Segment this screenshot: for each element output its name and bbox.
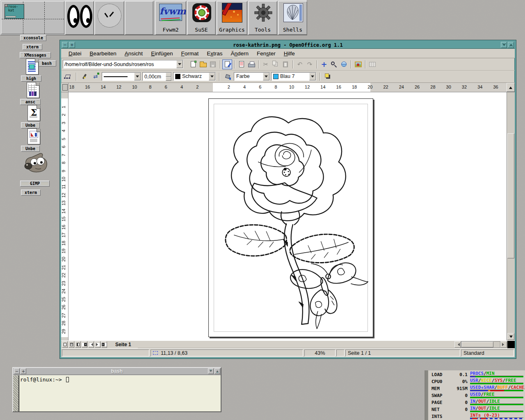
spin-down-icon[interactable]: [166, 77, 171, 81]
url-input[interactable]: [63, 60, 176, 68]
minimize-icon[interactable]: −: [14, 368, 20, 374]
navigator-icon[interactable]: [319, 59, 329, 69]
ruler-tick: 4: [240, 84, 249, 89]
menu-item-ändern[interactable]: Ändern: [227, 50, 253, 57]
shells-launcher[interactable]: Shells: [278, 1, 307, 35]
last-page-button[interactable]: [101, 341, 107, 348]
gimp-window-icon[interactable]: [23, 153, 48, 176]
pdf-icon[interactable]: [237, 59, 247, 69]
line-width-stepper[interactable]: 0,00cm: [142, 72, 172, 81]
pager-mini-window[interactable]: rose-kat: [5, 4, 24, 19]
menu-item-hilfe[interactable]: Hilfe: [280, 50, 299, 57]
fill-color-dropdown-icon[interactable]: [309, 73, 316, 80]
restore-icon[interactable]: +: [69, 42, 75, 48]
terminal-text[interactable]: rolf@linux:~>: [19, 375, 221, 411]
menu-item-extras[interactable]: Extras: [203, 50, 226, 57]
editfile-icon[interactable]: [222, 59, 232, 69]
iconified-window-xterm[interactable]: xterm: [23, 44, 42, 50]
iconified-window-gimp[interactable]: GIMP: [20, 180, 50, 187]
spin-up-icon[interactable]: [166, 73, 171, 77]
layer-view-button[interactable]: [75, 341, 81, 348]
graphics-launcher[interactable]: Graphics: [217, 1, 247, 35]
page-view-button[interactable]: [62, 341, 68, 348]
blank-button[interactable]: [125, 1, 153, 35]
shadow-button[interactable]: [323, 72, 333, 82]
scroll-down-button[interactable]: [507, 333, 514, 340]
scroll-up-button[interactable]: [507, 83, 515, 92]
rose-drawing[interactable]: [210, 100, 372, 336]
maximize-icon[interactable]: [215, 368, 220, 374]
suse-launcher[interactable]: SuSE: [187, 1, 216, 35]
first-page-button[interactable]: [82, 341, 87, 348]
zoom-icon[interactable]: [329, 59, 339, 69]
iconified-window-bash[interactable]: bash: [37, 60, 56, 66]
gallery-icon[interactable]: [353, 59, 363, 69]
window-titlebar[interactable]: − + rose-kathrin.png - OpenOffice.org 1.…: [61, 41, 515, 49]
url-dropdown-icon[interactable]: [176, 60, 183, 68]
line-button[interactable]: [80, 72, 89, 82]
fvwm2-launcher[interactable]: fvwm Fvwm2: [155, 1, 186, 35]
scroll-right-button[interactable]: [500, 341, 507, 348]
line-style-select[interactable]: [102, 72, 141, 81]
ruler-tick: 7: [61, 151, 68, 158]
edit-points-button[interactable]: [63, 72, 73, 82]
open-icon[interactable]: [198, 59, 208, 69]
terminal-titlebar[interactable]: − + bash: [13, 368, 221, 375]
iconified-window-xconsole[interactable]: xconsole: [20, 35, 46, 41]
drawing-canvas[interactable]: [68, 92, 507, 340]
ruler-tick: 6: [162, 84, 170, 89]
xeyes-button[interactable]: [65, 1, 94, 35]
menu-item-einfügen[interactable]: Einfügen: [147, 50, 177, 57]
vertical-scrollbar-thumb[interactable]: [507, 133, 514, 258]
line-style-dropdown-icon[interactable]: [134, 73, 141, 80]
menu-item-ansicht[interactable]: Ansicht: [121, 50, 147, 57]
terminal-body[interactable]: rolf@linux:~>: [13, 375, 221, 411]
horizontal-ruler[interactable]: 1816141210864224681012141618202224262830…: [68, 83, 507, 92]
restore-icon[interactable]: +: [21, 368, 26, 374]
menu-item-bearbeiten[interactable]: Bearbeiten: [86, 50, 121, 57]
url-combobox[interactable]: [63, 60, 183, 68]
scroll-left-button[interactable]: [454, 341, 461, 348]
new-icon[interactable]: [188, 59, 198, 69]
tools-launcher[interactable]: Tools: [248, 1, 277, 35]
vertical-ruler[interactable]: 1234567891011121314151617181920212223242…: [61, 92, 68, 340]
fill-type-dropdown-icon[interactable]: [263, 73, 269, 80]
xclock-button[interactable]: [94, 1, 124, 35]
iconify-icon[interactable]: [501, 42, 507, 48]
maximize-icon[interactable]: [508, 42, 514, 48]
tab-seite-1[interactable]: Seite 1: [109, 341, 138, 348]
hyperlink-icon[interactable]: [339, 59, 349, 69]
terminal-scrollbar[interactable]: [13, 375, 19, 411]
status-style-field[interactable]: Standard: [461, 349, 514, 356]
line-color-dropdown-icon[interactable]: [209, 73, 215, 80]
vertical-scrollbar[interactable]: [507, 92, 515, 340]
print-icon[interactable]: [247, 59, 256, 69]
iconified-window-xmessages[interactable]: XMessages: [20, 52, 51, 58]
line-color-select[interactable]: Schwarz: [173, 72, 216, 81]
iconified-window-xterm[interactable]: xterm: [21, 189, 41, 196]
horizontal-scrollbar-thumb[interactable]: [461, 342, 493, 347]
line-style-sample: [104, 76, 128, 77]
next-page-button[interactable]: [95, 341, 100, 348]
master-view-button[interactable]: [68, 341, 74, 348]
iconify-icon[interactable]: [208, 368, 214, 374]
menu-item-format[interactable]: Format: [177, 50, 203, 57]
horizontal-scrollbar[interactable]: [454, 341, 515, 348]
pager-mini-window-title: rose-kat: [8, 5, 24, 12]
menu-item-fenster[interactable]: Fenster: [253, 50, 280, 57]
fill-type-select[interactable]: Farbe: [234, 72, 270, 81]
fill-color-select[interactable]: Blau 7: [271, 72, 316, 81]
menu-item-datei[interactable]: Datei: [64, 50, 86, 57]
iconified-window-ansc[interactable]: ansc: [20, 99, 41, 105]
area-style-button[interactable]: [223, 72, 233, 82]
status-zoom-field[interactable]: 43%: [304, 349, 336, 356]
arrow-style-button[interactable]: [91, 72, 100, 82]
horizontal-scrollbar-track[interactable]: [461, 341, 500, 348]
iconified-window-high[interactable]: high: [21, 75, 41, 82]
minimize-icon[interactable]: −: [62, 42, 68, 48]
iconified-window-unbe[interactable]: Unbe: [21, 122, 40, 128]
iconified-window-unbe[interactable]: Unbe: [21, 146, 40, 152]
prev-page-button[interactable]: [88, 341, 94, 348]
document-page[interactable]: [208, 98, 373, 337]
fvwm-pager[interactable]: rose-kat: [1, 1, 64, 34]
